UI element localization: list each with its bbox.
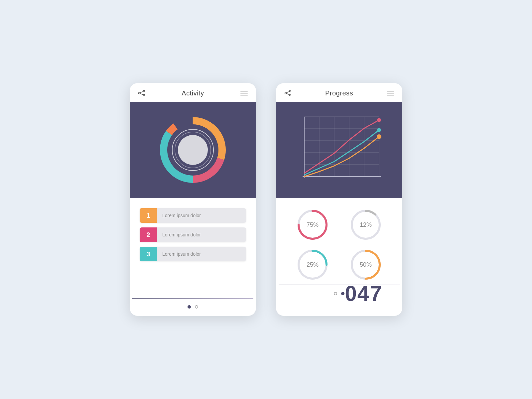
activity-dots [130,299,256,316]
list-num-2: 2 [140,227,157,242]
svg-point-15 [290,94,291,96]
svg-point-2 [139,92,140,94]
list-item-1: 1 Lorem ipsum dolor [140,208,246,223]
svg-rect-19 [387,91,394,91]
activity-phone: Activity [130,83,256,316]
screen-container: Activity [130,83,402,316]
activity-title: Activity [182,89,204,97]
progress-share-icon[interactable] [284,89,292,97]
label-75: 75% [307,221,319,228]
dot-2-active[interactable] [341,292,344,295]
dot-1-active[interactable] [188,305,191,309]
dot-2-inactive[interactable] [334,292,337,295]
line-chart-area [276,102,402,198]
circle-25: 25% [296,248,329,281]
label-50: 50% [360,261,372,268]
svg-point-0 [143,90,145,92]
progress-phone: Progress [276,83,402,316]
progress-title: Progress [325,89,353,97]
svg-rect-6 [240,93,248,93]
menu-icon[interactable] [240,89,248,97]
svg-point-38 [377,134,381,139]
progress-menu-icon[interactable] [386,89,394,97]
circle-12: 12% [349,208,382,241]
list-area: 1 Lorem ipsum dolor 2 Lorem ipsum dolor … [130,198,256,298]
donut-chart [156,113,229,187]
list-text-3: Lorem ipsum dolor [157,247,246,261]
svg-line-17 [286,91,290,93]
share-icon[interactable] [138,89,146,97]
svg-rect-7 [240,95,248,95]
circle-50: 50% [349,248,382,281]
list-text-1: Lorem ipsum dolor [157,208,246,223]
progress-dots [276,285,402,303]
donut-center [178,135,208,165]
svg-rect-20 [387,93,394,93]
progress-grid: 75% 12% 25% [276,198,402,285]
list-num-3: 3 [140,247,157,261]
svg-line-18 [286,93,290,95]
svg-point-16 [285,92,287,94]
label-12: 12% [360,221,372,228]
svg-rect-5 [240,91,248,91]
dot-1-inactive[interactable] [195,305,198,309]
list-item-3: 3 Lorem ipsum dolor [140,247,246,261]
donut-chart-area [130,102,256,198]
list-text-2: Lorem ipsum dolor [157,227,246,242]
label-25: 25% [307,261,319,268]
progress-header: Progress [276,83,402,102]
list-item-2: 2 Lorem ipsum dolor [140,227,246,242]
line-chart-svg [288,110,391,190]
svg-rect-21 [387,95,394,95]
svg-line-3 [140,91,143,93]
list-num-1: 1 [140,208,157,223]
svg-point-1 [143,94,145,96]
watermark: 047 [345,281,382,306]
svg-line-4 [140,93,143,95]
activity-header: Activity [130,83,256,102]
svg-point-37 [377,128,381,132]
svg-point-14 [290,90,291,92]
svg-point-36 [377,118,381,122]
circle-75: 75% [296,208,329,241]
